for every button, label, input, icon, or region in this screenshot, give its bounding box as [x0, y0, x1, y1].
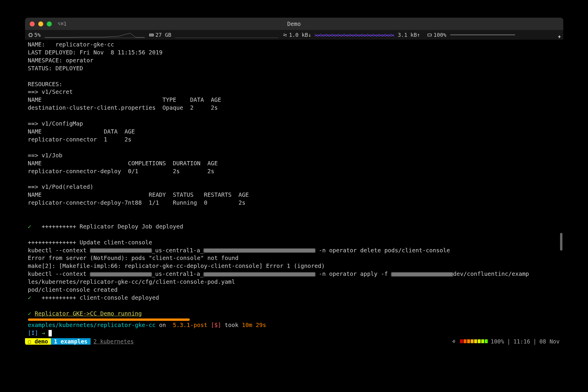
check-icon: ✓	[28, 223, 31, 230]
tmux-statusbar: ☐ demo 1 examples 2 kubernetes 100% | 11…	[25, 337, 563, 346]
tmux-status-right: 100% | 11:16 | 08 Nov	[451, 338, 563, 345]
not-found-err: Error from server (NotFound): pods "clie…	[28, 255, 239, 261]
delete-suffix: -n operator delete pods/client-console	[315, 247, 450, 254]
pod-cols: NAME READY STATUS RESTARTS AGE	[28, 191, 249, 198]
kubectl-prefix-2: kubectl --context	[28, 271, 90, 277]
redacted-path	[391, 272, 453, 276]
tmux-window-1[interactable]: 1 examples	[51, 338, 90, 345]
secret-header: ==> v1/Secret	[28, 89, 73, 95]
net-up-value: 3.1 kB↑	[398, 32, 420, 38]
cpu-value: 5%	[34, 32, 41, 38]
helm-name: replicator-gke-cc	[55, 41, 114, 48]
helm-deployed: Fri Nov 8 11:15:56 2019	[80, 49, 163, 56]
cpu-stat: 5%	[28, 32, 41, 38]
job-cols: NAME COMPLETIONS DURATION AGE	[28, 160, 218, 167]
update-header: ++++++++++++++ Update client-console	[28, 239, 152, 246]
prompt-path: examples/kubernetes/replicator-gke-cc	[28, 322, 156, 328]
prompt-on: on	[156, 322, 169, 328]
load-gradient	[460, 339, 488, 343]
svg-rect-0	[29, 34, 32, 36]
svg-rect-3	[431, 34, 432, 35]
traffic-lights	[30, 21, 52, 26]
secret-row: destination-cluster-client.properties Op…	[28, 104, 218, 111]
tab-shortcut: ⌥⌘1	[58, 21, 67, 27]
prompt-took: 10m 29s	[242, 322, 266, 328]
tmux-time: 11:16	[513, 338, 530, 345]
check-icon: ✓	[28, 310, 31, 317]
job-row: replicator-connector-deploy 0/1 2s 2s	[28, 168, 214, 175]
prompt-dirty: [$]	[211, 322, 221, 328]
minimize-icon[interactable]	[38, 21, 43, 26]
zoom-icon[interactable]	[47, 21, 52, 26]
battery-bar	[450, 34, 515, 35]
terminal-window: ⌥⌘1 Demo 5% 27 GB 1.0 kB↓ 3.1 kB↑	[25, 18, 563, 346]
pod-created: pod/client-console created	[28, 286, 118, 293]
pod-header: ==> v1/Pod(related)	[28, 184, 94, 190]
deploy-ok: ++++++++++ Replicator Deploy Job deploye…	[41, 223, 183, 230]
apply-path1: dev/confluentinc/examp	[453, 271, 529, 277]
tmux-session[interactable]: ☐ demo	[25, 338, 51, 345]
helm-deployed-label: LAST DEPLOYED:	[28, 49, 76, 56]
prompt-took-label: took	[221, 322, 242, 328]
tmux-window-2[interactable]: 2 kubernetes	[91, 338, 137, 345]
cursor[interactable]	[49, 330, 52, 336]
battery-stat: 100%	[427, 32, 446, 38]
net-down-value: 1.0 kB↓	[289, 32, 311, 38]
helm-namespace: operator	[66, 57, 94, 64]
check-icon: ✓	[28, 294, 31, 301]
cpu-icon	[28, 32, 33, 38]
configmap-header: ==> v1/ConfigMap	[28, 120, 83, 127]
pod-row: replicator-connector-deploy-7nt88 1/1 Ru…	[28, 199, 246, 206]
svg-rect-2	[428, 34, 431, 36]
redacted-context-1	[90, 248, 152, 253]
mem-value: 27 GB	[155, 32, 171, 38]
make-err: make[2]: [Makefile-impl:66: replicator-g…	[28, 263, 325, 269]
tmux-date: 08 Nov	[539, 338, 560, 345]
mem-stat: 27 GB	[149, 32, 171, 38]
window-title: Demo	[25, 21, 563, 27]
configmap-cols: NAME DATA AGE	[28, 128, 135, 135]
titlebar[interactable]: ⌥⌘1 Demo	[25, 18, 563, 30]
region-frag-1: _us-central1-a_	[152, 247, 204, 254]
vi-mode: [I]	[28, 330, 38, 336]
redacted-context-2	[90, 272, 152, 276]
demo-running: Replicator GKE->CC Demo running	[35, 310, 142, 317]
tmux-sep: |	[507, 338, 510, 345]
job-header: ==> v1/Job	[28, 152, 62, 159]
resources-label: RESOURCES:	[28, 81, 62, 88]
kubectl-prefix-1: kubectl --context	[28, 247, 90, 254]
console-ok: ++++++++++ client-console deployed	[41, 294, 159, 301]
memory-icon	[149, 32, 154, 38]
tmux-load: 100%	[491, 338, 504, 345]
close-icon[interactable]	[30, 21, 35, 26]
separator-bar	[28, 318, 190, 321]
prompt-arrow: →	[41, 330, 45, 336]
redacted-cluster-2	[204, 272, 315, 276]
tmux-sep: |	[533, 338, 536, 345]
redacted-cluster-1	[204, 248, 315, 253]
scrollbar[interactable]	[560, 233, 562, 251]
battery-value: 100%	[434, 32, 446, 38]
apply-path2: les/kubernetes/replicator-gke-cc/cfg/cli…	[28, 278, 235, 285]
helm-name-label: NAME:	[28, 41, 45, 48]
battery-icon	[427, 32, 432, 38]
helm-namespace-label: NAMESPACE:	[28, 57, 62, 64]
apply-suffix: -n operator apply -f	[315, 271, 391, 277]
tools-icon	[451, 339, 457, 344]
net-sparkline	[315, 33, 394, 37]
configmap-row: replicator-connector 1 2s	[28, 136, 131, 143]
status-bar: 5% 27 GB 1.0 kB↓ 3.1 kB↑ 100%	[25, 30, 563, 40]
terminal-output[interactable]: NAME: replicator-gke-cc LAST DEPLOYED: F…	[25, 40, 563, 337]
net-stat: 1.0 kB↓	[282, 32, 311, 38]
helm-status-label: STATUS:	[28, 65, 52, 72]
network-icon	[282, 32, 288, 38]
prompt-branch: 5.3.1-post	[169, 322, 211, 328]
secret-cols: NAME TYPE DATA AGE	[28, 96, 221, 103]
helm-status: DEPLOYED	[55, 65, 83, 72]
mem-sparkline	[175, 32, 278, 38]
cpu-sparkline	[45, 32, 145, 38]
region-frag-2: _us-central1-a_	[152, 271, 204, 277]
